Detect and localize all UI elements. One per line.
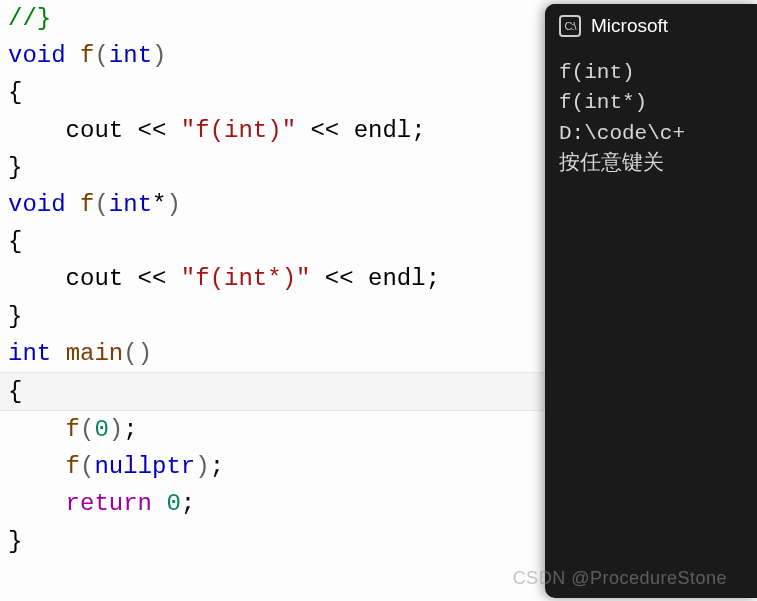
code-line: void f(int) — [8, 37, 545, 74]
terminal-line: 按任意键关 — [559, 149, 743, 179]
terminal-icon: C:\ — [559, 15, 581, 37]
terminal-title: Microsoft — [591, 15, 668, 37]
code-line: //} — [8, 0, 545, 37]
code-line: f(0); — [8, 411, 545, 448]
comment-token: //} — [8, 5, 51, 32]
terminal-output: f(int)f(int*)D:\code\c+按任意键关 — [545, 48, 757, 190]
code-line: { — [8, 223, 545, 260]
code-line: return 0; — [8, 485, 545, 522]
code-line: cout << "f(int)" << endl; — [8, 112, 545, 149]
code-line: } — [8, 298, 545, 335]
code-editor[interactable]: //} void f(int) { cout << "f(int)" << en… — [0, 0, 545, 601]
code-line: cout << "f(int*)" << endl; — [8, 260, 545, 297]
code-line: } — [8, 523, 545, 560]
code-line: int main() — [8, 335, 545, 372]
terminal-line: f(int) — [559, 58, 743, 88]
code-line-current: { — [0, 372, 545, 411]
watermark: CSDN @ProcedureStone — [513, 568, 727, 589]
terminal-line: D:\code\c+ — [559, 119, 743, 149]
terminal-window[interactable]: C:\ Microsoft f(int)f(int*)D:\code\c+按任意… — [545, 4, 757, 598]
code-line: { — [8, 74, 545, 111]
terminal-titlebar[interactable]: C:\ Microsoft — [545, 4, 757, 48]
code-line: f(nullptr); — [8, 448, 545, 485]
code-line: } — [8, 149, 545, 186]
terminal-line: f(int*) — [559, 88, 743, 118]
code-line: void f(int*) — [8, 186, 545, 223]
